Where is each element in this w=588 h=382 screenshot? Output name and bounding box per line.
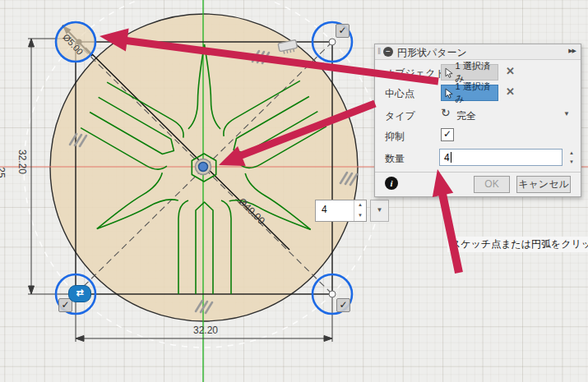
dim-label-partial: 25 — [0, 167, 7, 177]
info-icon[interactable]: i — [385, 177, 398, 190]
text-caret — [451, 152, 451, 163]
expand-panel-icon[interactable]: ▶▶ — [568, 48, 576, 54]
dialog-title-bar[interactable]: ‖ − 円形状パターン ▶▶ — [375, 44, 581, 60]
objects-label: オブジェクト — [385, 67, 446, 81]
quantity-input[interactable]: 4 — [439, 149, 563, 166]
cancel-button[interactable]: キャンセル — [516, 176, 571, 193]
center-point-select-button[interactable]: 1 選択済み — [441, 85, 498, 101]
center-point-selected-count: 1 選択済み — [456, 81, 498, 105]
direction-handle-icon[interactable]: ⇄ — [68, 285, 91, 302]
center-point-clear-icon[interactable]: ✕ — [506, 85, 515, 98]
stepper-down-icon[interactable]: ▼ — [567, 158, 576, 167]
dim-label-height: 32.20 — [16, 150, 28, 174]
drag-grip-icon[interactable]: ‖ — [377, 47, 380, 56]
instance-checkbox-top-right[interactable]: ✓ — [336, 24, 350, 38]
type-value[interactable]: 完全 — [456, 109, 476, 123]
circular-pattern-dialog: ‖ − 円形状パターン ▶▶ オブジェクト 1 選択済み ✕ 中心点 1 選択済… — [374, 44, 581, 197]
ok-button[interactable]: OK — [474, 176, 510, 193]
instance-checkbox-bottom-right[interactable]: ✓ — [336, 298, 350, 312]
chevron-down-icon: ▼ — [377, 206, 383, 214]
dialog-title: 円形状パターン — [397, 46, 467, 60]
status-hint: スケッチ点または円弧をクリックして選択 — [447, 237, 588, 252]
quantity-stepper[interactable]: ▲ ▼ — [567, 149, 576, 166]
dim-label-width: 32.20 — [193, 324, 218, 336]
cursor-icon — [445, 88, 453, 99]
suppress-checkbox[interactable]: ✓ — [441, 128, 454, 141]
type-label: タイプ — [385, 109, 415, 123]
stepper-down-icon[interactable]: ▼ — [354, 211, 366, 222]
corner-node-top-right[interactable] — [329, 39, 336, 45]
canvas-quantity-dropdown[interactable]: ▼ — [370, 200, 389, 222]
corner-node-bottom-right[interactable] — [329, 291, 336, 297]
canvas-quantity-stepper[interactable]: ▲ ▼ — [354, 200, 366, 221]
canvas-quantity-value[interactable]: 4 — [316, 200, 354, 221]
cursor-icon — [445, 67, 453, 78]
dialog-footer: i OK キャンセル — [375, 172, 581, 196]
quantity-value: 4 — [440, 152, 450, 163]
objects-select-button[interactable]: 1 選択済み — [441, 64, 498, 81]
stepper-up-icon[interactable]: ▲ — [354, 200, 366, 211]
type-dropdown-chevron-icon[interactable]: ▼ — [563, 110, 570, 117]
stepper-up-icon[interactable]: ▲ — [567, 149, 576, 158]
collapse-icon[interactable]: − — [383, 47, 393, 57]
rotation-type-icon: ↻ — [441, 106, 451, 119]
objects-clear-icon[interactable]: ✕ — [506, 65, 515, 77]
canvas-quantity-input[interactable]: 4 ▲ ▼ — [315, 200, 367, 222]
viewport: 32.20 25 32.20 Ø40.00 Ø5.00 ✓ ✓ ✓ ⇄ 4 ▲ … — [0, 0, 588, 382]
suppress-label: 抑制 — [385, 130, 405, 144]
center-point[interactable] — [196, 159, 211, 175]
center-point-label: 中心点 — [385, 87, 414, 101]
quantity-label: 数量 — [385, 152, 405, 166]
